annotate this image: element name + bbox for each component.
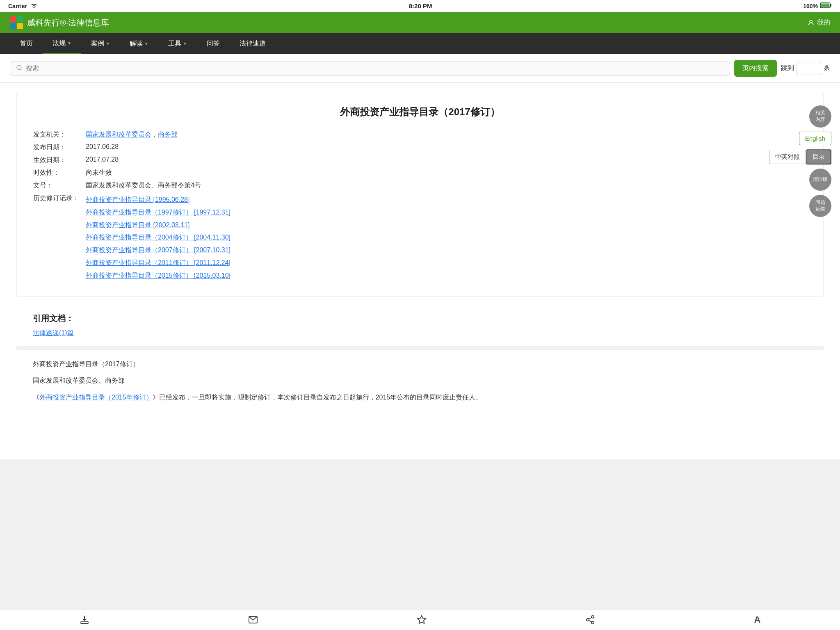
- nav-item-anli[interactable]: 案例 ▼: [81, 34, 120, 54]
- user-label: 我的: [817, 18, 830, 27]
- issuer-value: 国家发展和改革委员会，商务部: [86, 128, 807, 141]
- status-bar: Carrier 8:20 PM 100%: [0, 0, 840, 12]
- search-button[interactable]: 页内搜索: [734, 60, 777, 77]
- search-input[interactable]: [26, 65, 724, 72]
- nav-item-jiedu[interactable]: 解读 ▼: [120, 34, 158, 54]
- document-card: 外商投资产业指导目录（2017修订） 发文机关： 国家发展和改革委员会，商务部 …: [16, 93, 824, 297]
- citations-link[interactable]: 法律速递(1)篇: [33, 329, 74, 336]
- issuer-label: 发文机关：: [33, 128, 86, 141]
- search-jump: 跳到 条: [781, 62, 830, 75]
- related-content-button[interactable]: 相关 内容: [809, 105, 831, 128]
- body-line1: 外商投资产业指导目录（2017修订）: [33, 358, 807, 370]
- svg-rect-1: [831, 4, 832, 7]
- user-menu[interactable]: 我的: [807, 18, 830, 27]
- svg-point-4: [17, 65, 21, 70]
- english-button[interactable]: English: [799, 132, 831, 145]
- carrier-label: Carrier: [8, 3, 27, 9]
- history-link-4[interactable]: 外商投资产业指导目录（2007修订） [2007.10.31]: [86, 244, 807, 256]
- status-right: 100%: [803, 2, 832, 9]
- document-meta: 发文机关： 国家发展和改革委员会，商务部 发布日期： 2017.06.28 生效…: [33, 128, 807, 284]
- citations-section: 引用文档： 法律速递(1)篇: [16, 305, 824, 346]
- history-link-5[interactable]: 外商投资产业指导目录（2011修订） [2011.12.24]: [86, 257, 807, 269]
- history-links: 外商投资产业指导目录 [1995.06.28] 外商投资产业指导目录（1997修…: [86, 194, 807, 282]
- validity-label: 时效性：: [33, 167, 86, 179]
- right-buttons: 相关 内容 English 中英对照 目录 清洁版 问题 反馈: [769, 105, 831, 217]
- nav-item-gongju[interactable]: 工具 ▼: [158, 34, 197, 54]
- jump-input[interactable]: [797, 62, 821, 75]
- doc-num-label: 文号：: [33, 179, 86, 192]
- issuer-link-1[interactable]: 国家发展和改革委员会: [86, 131, 151, 138]
- publish-date: 2017.06.28: [86, 141, 807, 154]
- anli-arrow: ▼: [106, 41, 110, 46]
- fagui-arrow: ▼: [67, 41, 71, 46]
- history-link-3[interactable]: 外商投资产业指导目录（2004修订） [2004.11.30]: [86, 232, 807, 244]
- nav-item-fagui[interactable]: 法规 ▼: [43, 33, 81, 54]
- search-icon: [16, 64, 23, 73]
- svg-line-5: [21, 69, 22, 70]
- nav-item-home[interactable]: 首页: [10, 34, 43, 54]
- history-value: 外商投资产业指导目录 [1995.06.28] 外商投资产业指导目录（1997修…: [86, 192, 807, 284]
- document-title: 外商投资产业指导目录（2017修订）: [33, 105, 807, 119]
- body-line3: 《外商投资产业指导目录（2015年修订）》已经发布，一旦即将实施，现制定修订，本…: [33, 392, 807, 404]
- feedback-button[interactable]: 问题 反馈: [809, 195, 831, 217]
- section-separator: [16, 346, 824, 350]
- nav-item-wenda[interactable]: 问答: [197, 34, 230, 54]
- issuer-link-2[interactable]: 商务部: [158, 131, 178, 138]
- body-line2: 国家发展和改革委员会、商务部: [33, 375, 807, 387]
- body-link[interactable]: 外商投资产业指导目录（2015年修订）: [39, 394, 153, 401]
- effective-label: 生效日期：: [33, 154, 86, 167]
- nav-bar: 首页 法规 ▼ 案例 ▼ 解读 ▼ 工具 ▼ 问答 法律速递: [0, 33, 840, 54]
- clean-version-button[interactable]: 清洁版: [809, 169, 831, 191]
- doc-body: 外商投资产业指导目录（2017修订） 国家发展和改革委员会、商务部 《外商投资产…: [16, 350, 824, 417]
- main-content: 外商投资产业指导目录（2017修订） 发文机关： 国家发展和改革委员会，商务部 …: [0, 83, 840, 459]
- jump-label: 跳到: [781, 64, 794, 73]
- nav-item-falvsudi[interactable]: 法律速递: [230, 34, 276, 54]
- wifi-icon: [30, 2, 38, 9]
- catalog-button[interactable]: 目录: [806, 149, 831, 164]
- status-left: Carrier: [8, 2, 38, 9]
- citations-title: 引用文档：: [33, 313, 807, 324]
- app-name: 威科先行®·法律信息库: [27, 17, 109, 28]
- unit-label: 条: [824, 64, 830, 73]
- app-header: 威科先行®·法律信息库 我的: [0, 12, 840, 33]
- history-link-2[interactable]: 外商投资产业指导目录 [2002.03.11]: [86, 219, 807, 231]
- battery-icon: [820, 2, 832, 9]
- bottom-spacer: [16, 417, 824, 450]
- doc-num-value: 国家发展和改革委员会、商务部令第4号: [86, 179, 807, 192]
- logo-icon: [10, 16, 23, 29]
- effective-date: 2017.07.28: [86, 154, 807, 167]
- bilingual-button[interactable]: 中英对照: [769, 150, 806, 164]
- history-link-1[interactable]: 外商投资产业指导目录（1997修订） [1997.12.31]: [86, 207, 807, 219]
- validity-value: 尚未生效: [86, 167, 807, 179]
- history-label: 历史修订记录：: [33, 192, 86, 284]
- publish-label: 发布日期：: [33, 141, 86, 154]
- app-logo: 威科先行®·法律信息库: [10, 16, 109, 29]
- status-time: 8:20 PM: [409, 2, 432, 9]
- svg-point-3: [810, 20, 812, 23]
- gongju-arrow: ▼: [183, 41, 187, 46]
- history-link-6[interactable]: 外商投资产业指导目录（2015修订） [2015.03.10]: [86, 270, 807, 282]
- history-link-0[interactable]: 外商投资产业指导目录 [1995.06.28]: [86, 194, 807, 206]
- battery-percent: 100%: [803, 3, 818, 9]
- search-bar: 页内搜索 跳到 条: [0, 54, 840, 83]
- search-input-wrap[interactable]: [10, 62, 730, 75]
- jiedu-arrow: ▼: [144, 41, 148, 46]
- svg-rect-2: [821, 4, 830, 7]
